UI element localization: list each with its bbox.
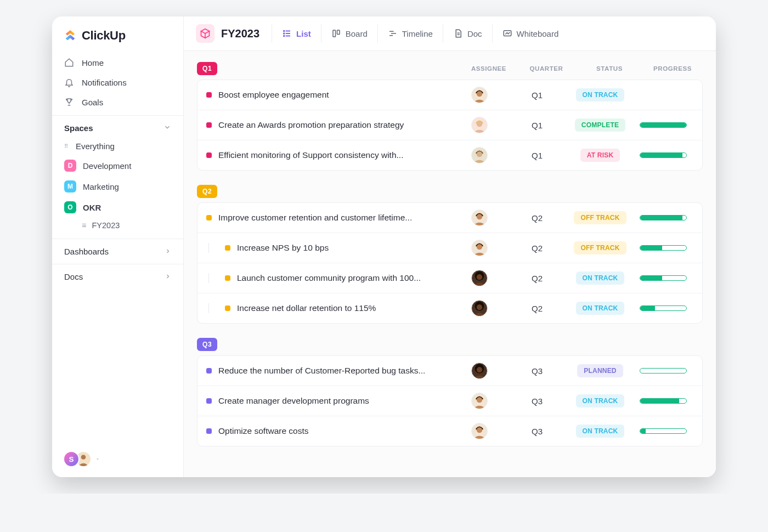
space-badge: D <box>64 160 76 172</box>
view-tab-list[interactable]: List <box>272 24 321 43</box>
view-tab-timeline[interactable]: Timeline <box>377 24 443 43</box>
task-status-bullet[interactable] <box>225 245 230 251</box>
progress-cell[interactable] <box>633 305 693 311</box>
task-status-bullet[interactable] <box>206 92 212 98</box>
task-status-bullet[interactable] <box>206 368 212 373</box>
status-cell[interactable]: ON TRACK <box>567 425 633 438</box>
space-item-development[interactable]: D Development <box>52 155 183 176</box>
task-status-bullet[interactable] <box>206 215 212 220</box>
assignee-avatar <box>471 240 488 256</box>
task-row[interactable]: Optimize software costs Q3 ON TRACK <box>197 416 702 446</box>
assignee-cell[interactable] <box>452 147 507 163</box>
progress-cell[interactable] <box>633 368 693 373</box>
task-row[interactable]: Efficient monitoring of Support consiste… <box>197 140 702 170</box>
group-tag[interactable]: Q2 <box>197 185 217 198</box>
task-row[interactable]: Increase NPS by 10 bps Q2 OFF TRACK <box>197 233 702 263</box>
task-status-bullet[interactable] <box>206 428 212 434</box>
task-list: Boost employee engagement Q1 ON TRACK Cr… <box>197 80 703 171</box>
status-cell[interactable]: PLANNED <box>567 364 633 377</box>
group-tag[interactable]: Q1 <box>197 62 217 75</box>
status-cell[interactable]: COMPLETE <box>567 118 633 132</box>
sidebar-docs[interactable]: Docs <box>52 264 183 289</box>
progress-cell[interactable] <box>633 275 693 281</box>
task-row[interactable]: Improve customer retention and customer … <box>197 203 702 233</box>
space-child-fy2023[interactable]: ≡ FY2023 <box>52 218 183 233</box>
progress-cell[interactable] <box>633 398 693 404</box>
view-tab-doc[interactable]: Doc <box>443 24 492 43</box>
sidebar-dashboards[interactable]: Dashboards <box>52 239 183 264</box>
nav-item-home[interactable]: Home <box>52 53 183 72</box>
view-tab-whiteboard[interactable]: Whiteboard <box>492 24 569 43</box>
task-status-bullet[interactable] <box>225 305 230 311</box>
quarter-cell[interactable]: Q2 <box>507 244 567 253</box>
assignee-avatar <box>471 393 488 409</box>
status-pill: ON TRACK <box>576 88 625 101</box>
assignee-cell[interactable] <box>452 423 507 439</box>
nav-item-label: Goals <box>82 98 103 107</box>
spaces-header[interactable]: Spaces <box>52 115 183 137</box>
assignee-cell[interactable] <box>452 363 507 379</box>
task-row[interactable]: Increase net dollar retention to 115% Q2… <box>197 293 702 323</box>
status-cell[interactable]: ON TRACK <box>567 394 633 408</box>
group-tag[interactable]: Q3 <box>197 338 217 351</box>
group-header-row: Q3 <box>197 338 703 355</box>
status-cell[interactable]: ON TRACK <box>567 271 633 285</box>
task-status-bullet[interactable] <box>206 152 212 158</box>
task-row[interactable]: Boost employee engagement Q1 ON TRACK <box>197 80 702 110</box>
task-row[interactable]: Launch customer community program with 1… <box>197 263 702 293</box>
brand-logo[interactable]: ClickUp <box>52 16 183 53</box>
assignee-cell[interactable] <box>452 117 507 133</box>
task-status-bullet[interactable] <box>206 122 212 128</box>
assignee-cell[interactable] <box>452 240 507 256</box>
assignee-avatar <box>471 147 488 163</box>
indent-line <box>208 273 221 283</box>
quarter-cell[interactable]: Q2 <box>507 274 567 283</box>
quarter-cell[interactable]: Q3 <box>507 427 567 436</box>
task-row[interactable]: Create manager development programs Q3 O… <box>197 386 702 416</box>
status-cell[interactable]: OFF TRACK <box>567 211 633 224</box>
space-item-okr[interactable]: O OKR <box>52 197 183 218</box>
progress-cell[interactable] <box>633 152 693 158</box>
indent-line <box>208 243 221 253</box>
status-cell[interactable]: ON TRACK <box>567 88 633 101</box>
assignee-cell[interactable] <box>452 210 507 226</box>
space-item-marketing[interactable]: M Marketing <box>52 176 183 197</box>
assignee-cell[interactable] <box>452 300 507 316</box>
space-everything[interactable]: ⠿ Everything <box>52 137 183 155</box>
progress-cell[interactable] <box>633 122 693 128</box>
group-header-row: Q1 ASSIGNEE QUARTER STATUS PROGRESS <box>197 62 703 80</box>
nav-item-notifications[interactable]: Notifications <box>52 72 183 92</box>
workspace-switcher[interactable]: S <box>52 442 183 477</box>
status-cell[interactable]: AT RISK <box>567 149 633 162</box>
progress-bar <box>640 398 687 404</box>
nav-item-goals[interactable]: Goals <box>52 92 183 112</box>
quarter-cell[interactable]: Q2 <box>507 213 567 223</box>
progress-bar <box>640 305 687 311</box>
board-icon <box>331 29 341 38</box>
assignee-cell[interactable] <box>452 87 507 103</box>
quarter-cell[interactable]: Q1 <box>507 121 567 130</box>
quarter-cell[interactable]: Q3 <box>507 366 567 376</box>
page-title-wrap: FY2023 <box>196 24 272 43</box>
task-row[interactable]: Create an Awards promotion preparation s… <box>197 110 702 140</box>
status-cell[interactable]: ON TRACK <box>567 302 633 315</box>
task-status-bullet[interactable] <box>225 275 230 281</box>
assignee-cell[interactable] <box>452 393 507 409</box>
task-row[interactable]: Reduce the number of Customer-Reported b… <box>197 356 702 386</box>
space-badge: M <box>64 180 76 193</box>
clickup-logo-icon <box>63 29 77 43</box>
progress-cell[interactable] <box>633 215 693 220</box>
quarter-cell[interactable]: Q1 <box>507 90 567 100</box>
quarter-cell[interactable]: Q2 <box>507 304 567 313</box>
task-title-cell: Optimize software costs <box>206 426 452 436</box>
task-status-bullet[interactable] <box>206 398 212 404</box>
task-list: Reduce the number of Customer-Reported b… <box>197 355 703 446</box>
view-tab-label: Whiteboard <box>517 29 559 38</box>
quarter-cell[interactable]: Q3 <box>507 397 567 406</box>
assignee-cell[interactable] <box>452 270 507 286</box>
quarter-cell[interactable]: Q1 <box>507 151 567 160</box>
progress-cell[interactable] <box>633 245 693 251</box>
status-cell[interactable]: OFF TRACK <box>567 241 633 254</box>
view-tab-board[interactable]: Board <box>321 24 377 43</box>
progress-cell[interactable] <box>633 428 693 434</box>
